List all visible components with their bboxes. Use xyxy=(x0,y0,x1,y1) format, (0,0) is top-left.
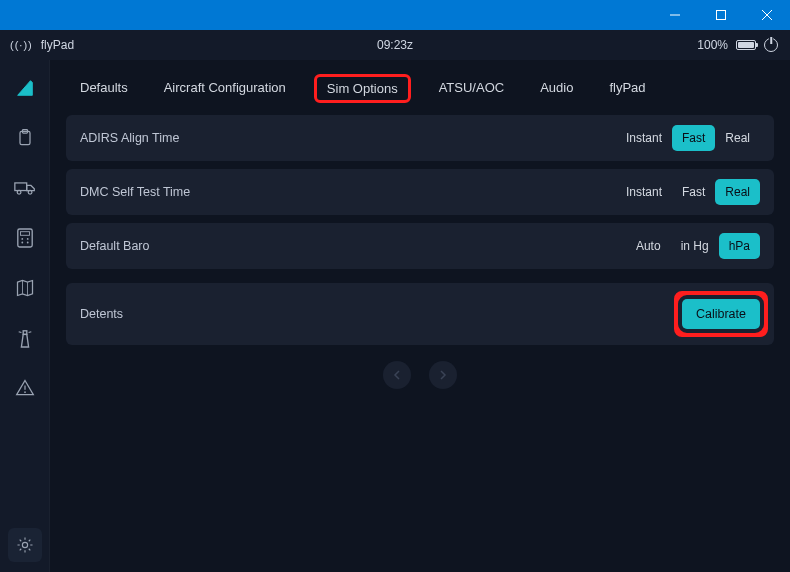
svg-point-22 xyxy=(22,542,27,547)
option-inhg[interactable]: in Hg xyxy=(671,233,719,259)
row-dmc-self-test-time: DMC Self Test Time Instant Fast Real xyxy=(66,169,774,215)
svg-point-11 xyxy=(21,238,23,240)
sidebar-item-dispatch[interactable] xyxy=(10,124,40,152)
segmented-control: Instant Fast Real xyxy=(616,179,760,205)
maximize-button[interactable] xyxy=(698,0,744,30)
tail-fin-icon xyxy=(14,77,36,99)
minimize-button[interactable] xyxy=(652,0,698,30)
row-label: Detents xyxy=(80,307,123,321)
sidebar-item-navigation[interactable] xyxy=(10,274,40,302)
sidebar xyxy=(0,60,50,572)
svg-point-12 xyxy=(26,238,28,240)
svg-rect-17 xyxy=(23,331,27,335)
warning-icon xyxy=(15,378,35,398)
power-icon[interactable] xyxy=(764,38,778,52)
calculator-icon xyxy=(16,227,34,249)
lighthouse-icon xyxy=(16,327,34,349)
svg-line-18 xyxy=(18,332,21,333)
option-auto[interactable]: Auto xyxy=(626,233,671,259)
pager-next[interactable] xyxy=(429,361,457,389)
calibrate-button[interactable]: Calibrate xyxy=(682,299,760,329)
truck-icon xyxy=(14,178,36,198)
status-bar: ((·)) flyPad 09:23z 100% xyxy=(0,30,790,60)
battery-icon xyxy=(736,40,756,50)
sidebar-item-performance[interactable] xyxy=(10,224,40,252)
svg-point-13 xyxy=(21,242,23,244)
svg-point-14 xyxy=(26,242,28,244)
sidebar-item-settings[interactable] xyxy=(8,528,42,562)
row-label: DMC Self Test Time xyxy=(80,185,190,199)
clipboard-icon xyxy=(15,128,35,148)
svg-point-21 xyxy=(24,391,26,393)
option-instant[interactable]: Instant xyxy=(616,125,672,151)
option-real[interactable]: Real xyxy=(715,179,760,205)
svg-rect-10 xyxy=(20,232,29,236)
sidebar-item-failures[interactable] xyxy=(10,374,40,402)
segmented-control: Instant Fast Real xyxy=(616,125,760,151)
svg-point-7 xyxy=(17,190,21,194)
pager-prev[interactable] xyxy=(383,361,411,389)
close-button[interactable] xyxy=(744,0,790,30)
tab-sim-options[interactable]: Sim Options xyxy=(314,74,411,103)
option-real[interactable]: Real xyxy=(715,125,760,151)
main-content: Defaults Aircraft Configuration Sim Opti… xyxy=(50,60,790,572)
tab-atsu-aoc[interactable]: ATSU/AOC xyxy=(431,74,513,103)
tab-aircraft-configuration[interactable]: Aircraft Configuration xyxy=(156,74,294,103)
svg-rect-1 xyxy=(717,11,726,20)
row-label: Default Baro xyxy=(80,239,149,253)
arrow-right-icon xyxy=(438,370,448,380)
map-icon xyxy=(15,278,35,298)
row-adirs-align-time: ADIRS Align Time Instant Fast Real xyxy=(66,115,774,161)
svg-point-8 xyxy=(28,190,32,194)
sidebar-item-atc[interactable] xyxy=(10,324,40,352)
option-fast[interactable]: Fast xyxy=(672,179,715,205)
tab-audio[interactable]: Audio xyxy=(532,74,581,103)
settings-tabs: Defaults Aircraft Configuration Sim Opti… xyxy=(66,74,774,103)
gear-icon xyxy=(16,536,34,554)
sidebar-item-home[interactable] xyxy=(10,74,40,102)
option-hpa[interactable]: hPa xyxy=(719,233,760,259)
battery-percent: 100% xyxy=(697,38,728,52)
tab-defaults[interactable]: Defaults xyxy=(72,74,136,103)
window-titlebar xyxy=(0,0,790,30)
clock: 09:23z xyxy=(377,38,413,52)
pager xyxy=(66,361,774,389)
option-instant[interactable]: Instant xyxy=(616,179,672,205)
segmented-control: Auto in Hg hPa xyxy=(626,233,760,259)
app-name: flyPad xyxy=(41,38,74,52)
antenna-icon: ((·)) xyxy=(10,39,33,51)
svg-line-19 xyxy=(28,332,31,333)
row-default-baro: Default Baro Auto in Hg hPa xyxy=(66,223,774,269)
tab-flypad[interactable]: flyPad xyxy=(601,74,653,103)
option-fast[interactable]: Fast xyxy=(672,125,715,151)
row-detents: Detents Calibrate xyxy=(66,283,774,345)
row-label: ADIRS Align Time xyxy=(80,131,179,145)
arrow-left-icon xyxy=(392,370,402,380)
sidebar-item-ground[interactable] xyxy=(10,174,40,202)
svg-rect-6 xyxy=(14,183,26,191)
